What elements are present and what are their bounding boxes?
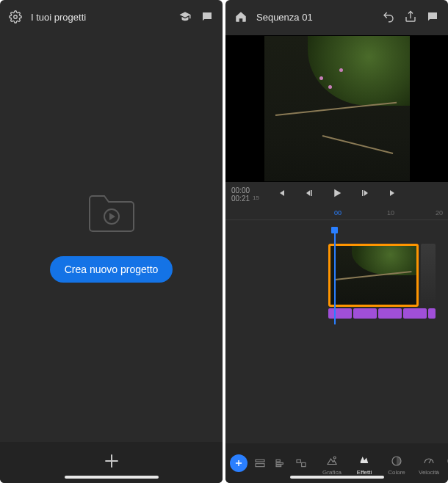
editor-screen: Sequenza 01 00:00 00:21 15 xyxy=(225,0,448,483)
timeline-clip[interactable] xyxy=(328,244,419,307)
projects-footer xyxy=(0,442,223,483)
timeline-audio-track[interactable] xyxy=(328,308,436,319)
learn-icon[interactable] xyxy=(178,10,192,23)
preview-frame xyxy=(264,36,410,181)
ruler-mark-10: 10 xyxy=(387,209,394,217)
projects-empty-state: Crea nuovo progetto xyxy=(0,34,223,442)
svg-rect-4 xyxy=(276,460,280,462)
timecode-fps: 15 xyxy=(253,195,259,203)
layout-3-icon[interactable] xyxy=(293,452,309,474)
svg-rect-7 xyxy=(297,460,300,462)
skip-end-icon[interactable] xyxy=(386,186,400,200)
add-media-button[interactable] xyxy=(230,454,248,472)
timecode-duration: 00:21 xyxy=(231,195,250,203)
timeline[interactable] xyxy=(225,229,448,332)
home-indicator xyxy=(290,476,384,479)
projects-title: I tuoi progetti xyxy=(31,12,170,23)
layout-1-icon[interactable] xyxy=(252,452,268,474)
folder-play-icon xyxy=(85,193,138,237)
ruler-mark-0: 00 xyxy=(334,209,342,217)
undo-icon[interactable] xyxy=(382,10,395,23)
home-indicator xyxy=(65,476,159,479)
feedback-icon[interactable] xyxy=(426,10,439,23)
tab-grafica[interactable]: Grafica xyxy=(318,451,346,476)
settings-icon[interactable] xyxy=(9,10,22,23)
tab-label: Velocità xyxy=(419,469,439,476)
tab-velocita[interactable]: Velocità xyxy=(415,451,443,476)
create-project-button[interactable]: Crea nuovo progetto xyxy=(50,256,173,283)
timeline-clip-2[interactable] xyxy=(421,244,436,307)
tab-colore[interactable]: Colore xyxy=(383,451,411,476)
add-icon[interactable] xyxy=(102,451,121,473)
svg-point-0 xyxy=(14,15,18,19)
playhead[interactable] xyxy=(334,229,336,324)
tab-label: Grafica xyxy=(322,469,342,476)
svg-rect-8 xyxy=(302,462,306,466)
projects-topbar: I tuoi progetti xyxy=(0,0,223,34)
svg-point-9 xyxy=(333,457,336,459)
frame-back-icon[interactable] xyxy=(303,186,316,200)
timeline-ruler[interactable]: 00 10 20 xyxy=(225,208,448,220)
share-icon[interactable] xyxy=(404,10,417,23)
tab-label: Colore xyxy=(388,469,405,476)
home-icon[interactable] xyxy=(234,10,248,23)
tab-effetti[interactable]: Effetti xyxy=(350,451,378,476)
editor-toolbar: Grafica Effetti Colore Velocità A xyxy=(225,443,448,483)
svg-rect-5 xyxy=(276,462,283,464)
svg-rect-3 xyxy=(256,464,264,467)
frame-forward-icon[interactable] xyxy=(358,186,372,200)
svg-rect-6 xyxy=(276,465,281,467)
skip-start-icon[interactable] xyxy=(275,186,288,200)
video-preview[interactable] xyxy=(225,35,448,182)
svg-rect-2 xyxy=(256,460,264,462)
play-icon[interactable] xyxy=(330,186,344,200)
sequence-title: Sequenza 01 xyxy=(256,12,373,23)
ruler-mark-20: 20 xyxy=(436,209,443,217)
feedback-icon[interactable] xyxy=(200,10,214,23)
projects-screen: I tuoi progetti Crea nuovo progetto xyxy=(0,0,223,483)
layout-2-icon[interactable] xyxy=(272,452,289,474)
tab-label: Effetti xyxy=(357,469,372,476)
editor-topbar: Sequenza 01 xyxy=(225,0,448,34)
